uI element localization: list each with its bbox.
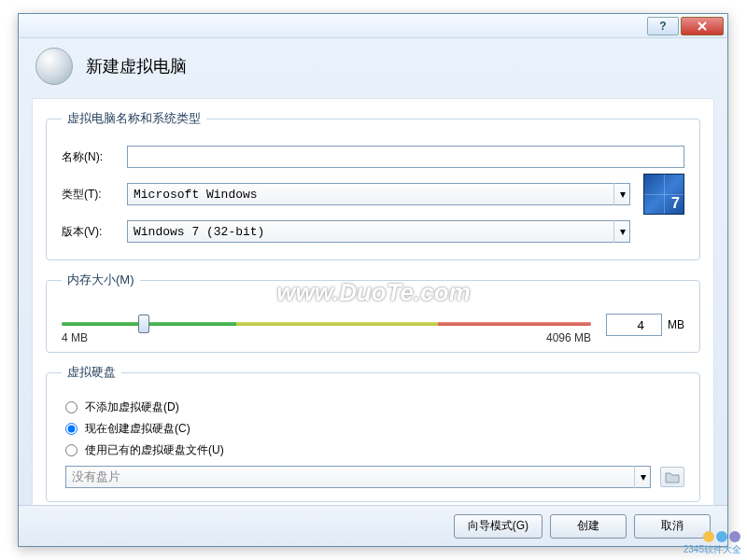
help-button[interactable]: ? <box>647 17 679 35</box>
group-name-os-legend: 虚拟电脑名称和系统类型 <box>62 110 206 127</box>
os-logo-badge: 7 <box>671 195 680 212</box>
group-disk-legend: 虚拟硬盘 <box>62 364 121 381</box>
group-disk: 虚拟硬盘 不添加虚拟硬盘(D) 现在创建虚拟硬盘(C) 使用已有的虚拟硬盘文件(… <box>46 364 700 502</box>
version-select[interactable] <box>127 220 630 243</box>
dialog-title: 新建虚拟电脑 <box>86 55 187 77</box>
dialog-footer: 向导模式(G) 创建 取消 <box>19 505 727 546</box>
radio-no-disk[interactable] <box>65 401 78 413</box>
close-button[interactable] <box>681 17 724 35</box>
radio-no-disk-label: 不添加虚拟硬盘(D) <box>85 399 179 415</box>
memory-max-label: 4096 MB <box>546 331 591 344</box>
type-label: 类型(T): <box>62 187 127 203</box>
dialog-header: 新建虚拟电脑 <box>19 38 727 91</box>
version-label: 版本(V): <box>62 224 127 240</box>
name-label: 名称(N): <box>62 149 127 165</box>
radio-create-disk-label: 现在创建虚拟硬盘(C) <box>85 421 190 437</box>
guided-mode-button[interactable]: 向导模式(G) <box>454 514 543 539</box>
browse-disk-button[interactable] <box>660 467 684 487</box>
close-icon <box>697 21 708 31</box>
folder-icon <box>665 470 680 483</box>
corner-logo-text: 2345软件大全 <box>684 544 741 554</box>
dialog-window: ? 新建虚拟电脑 虚拟电脑名称和系统类型 名称(N): 类型(T): ▾ <box>18 13 728 547</box>
group-memory-legend: 内存大小(M) <box>62 272 140 288</box>
memory-min-label: 4 MB <box>62 331 88 344</box>
dialog-body: 虚拟电脑名称和系统类型 名称(N): 类型(T): ▾ 7 版本(V): <box>32 98 714 512</box>
slider-thumb[interactable] <box>138 315 149 333</box>
memory-unit: MB <box>668 318 684 331</box>
memory-slider[interactable]: 4 MB 4096 MB <box>62 309 591 341</box>
globe-icon <box>35 48 73 85</box>
name-input[interactable] <box>127 146 684 168</box>
radio-create-disk[interactable] <box>65 423 78 435</box>
memory-value-input[interactable] <box>606 314 662 336</box>
group-name-os: 虚拟电脑名称和系统类型 名称(N): 类型(T): ▾ 7 版本(V): <box>46 110 700 260</box>
radio-existing-disk[interactable] <box>65 444 78 456</box>
group-memory: 内存大小(M) 4 MB 4096 MB ▲ ▼ MB <box>46 272 700 353</box>
corner-logo: 2345软件大全 <box>684 531 741 554</box>
radio-existing-disk-label: 使用已有的虚拟硬盘文件(U) <box>85 442 224 458</box>
titlebar: ? <box>19 14 727 38</box>
type-select[interactable] <box>127 183 630 205</box>
os-logo-icon: 7 <box>643 174 684 215</box>
disk-file-select[interactable] <box>65 466 651 488</box>
create-button[interactable]: 创建 <box>550 514 627 539</box>
